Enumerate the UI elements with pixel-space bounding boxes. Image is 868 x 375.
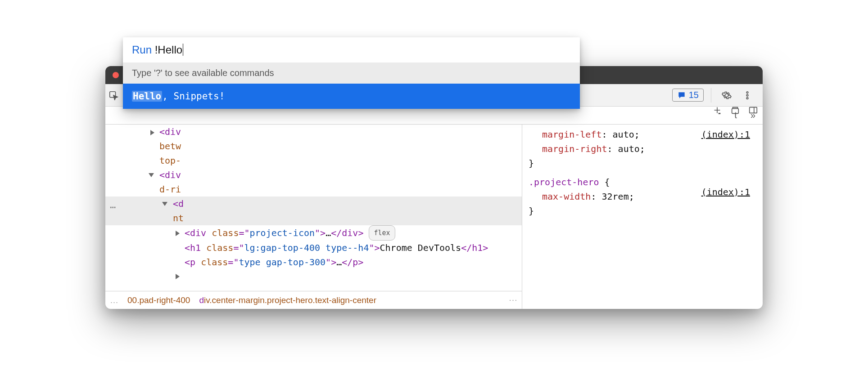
source-link[interactable]: (index):1 (701, 127, 750, 142)
svg-point-5 (746, 94, 748, 96)
breadcrumb-item[interactable]: div.center-margin.project-hero.text-alig… (199, 293, 376, 308)
expand-caret-icon[interactable] (176, 274, 187, 279)
command-result-rest: , Snippets! (162, 91, 225, 102)
source-link[interactable]: (index):1 (701, 185, 750, 199)
command-palette: Run !Hello Type '?' to see available com… (123, 66, 580, 109)
styles-panel[interactable]: (index):1 margin-left: auto; margin-righ… (522, 125, 763, 309)
toggle-pane-icon[interactable] (748, 105, 758, 119)
collapse-caret-icon[interactable] (149, 173, 154, 177)
command-hint: Type '?' to see available commands (123, 66, 580, 84)
flex-badge[interactable]: flex (369, 225, 395, 241)
breadcrumb-overflow-left[interactable]: … (110, 293, 118, 308)
messages-count-label: 15 (689, 90, 699, 100)
collapse-caret-icon[interactable] (162, 202, 167, 206)
command-result[interactable]: Hello, Snippets! (123, 84, 580, 109)
dom-node[interactable]: d-ri (105, 182, 522, 196)
elements-panel[interactable]: <div betw top- <div d-ri ⋯ <d nt <div cl… (105, 125, 522, 309)
new-rule-icon[interactable] (712, 105, 722, 119)
dom-node[interactable]: <div (105, 125, 522, 139)
svg-point-6 (746, 97, 748, 99)
svg-point-4 (746, 91, 748, 93)
toggle-classes-icon[interactable] (730, 105, 740, 119)
selected-dom-node[interactable]: ⋯ <d nt (105, 196, 522, 225)
dom-node[interactable]: <div class="project-icon">…</div> flex (105, 225, 522, 241)
messages-count-button[interactable]: 15 (672, 89, 704, 102)
inspect-icon[interactable] (105, 90, 122, 100)
kebab-menu-icon[interactable] (739, 90, 755, 100)
devtools-window: DevTools - developer.chrome.com/docs/dev… (105, 66, 763, 309)
settings-icon[interactable] (719, 90, 735, 100)
dom-node[interactable]: <div (105, 168, 522, 182)
command-result-match: Hello (132, 91, 162, 102)
dom-node[interactable]: <h1 class="lg:gap-top-400 type--h4">Chro… (105, 241, 522, 255)
svg-rect-7 (732, 108, 739, 113)
dom-node[interactable]: <p class="type gap-top-300">…</p> (105, 255, 522, 269)
expand-caret-icon[interactable] (176, 231, 187, 236)
content: <div betw top- <div d-ri ⋯ <d nt <div cl… (105, 125, 763, 309)
separator (711, 88, 711, 103)
expand-caret-icon[interactable] (150, 130, 162, 135)
styles-subtabs: t » (105, 107, 763, 125)
breadcrumb-item[interactable]: 00.pad-right-400 (127, 293, 190, 308)
ellipsis-icon[interactable]: ⋯ (110, 200, 116, 214)
svg-rect-8 (750, 107, 757, 113)
breadcrumb-overflow-right[interactable]: ⋯ (509, 293, 517, 308)
dom-node[interactable]: top- (105, 153, 522, 168)
dom-node[interactable]: betw (105, 139, 522, 153)
breadcrumb: … 00.pad-right-400 div.center-margin.pro… (105, 291, 522, 309)
